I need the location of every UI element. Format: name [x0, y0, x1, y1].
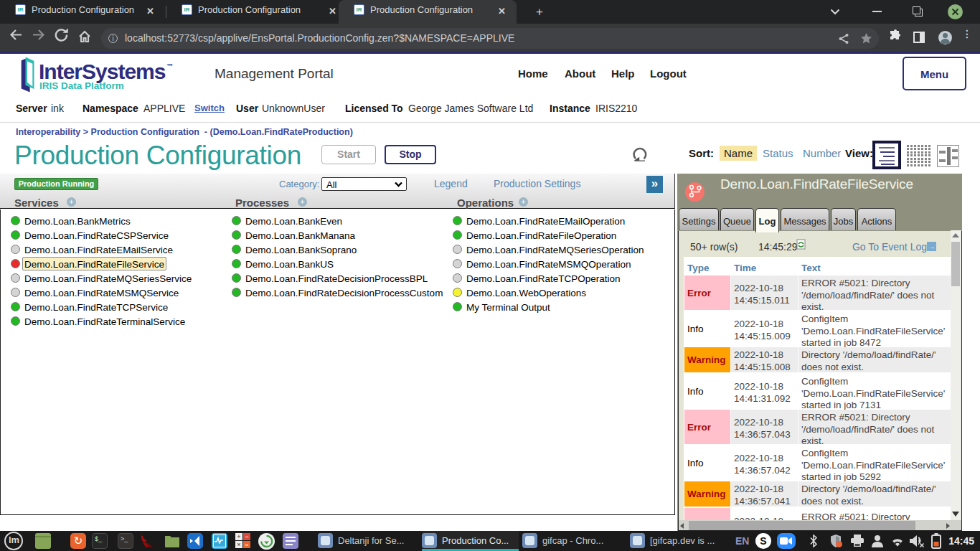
svg-text:™: ™	[166, 62, 173, 70]
svg-text:IRIS Data Platform: IRIS Data Platform	[39, 80, 124, 91]
